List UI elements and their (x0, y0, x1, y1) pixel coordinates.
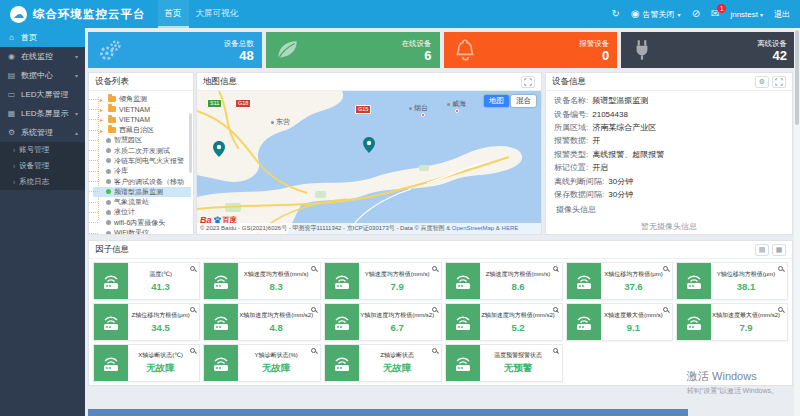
tree-folder[interactable]: ▸倾角监测 (93, 94, 191, 104)
magnifier-icon[interactable] (311, 307, 316, 312)
factor-card: Y轴加速度均方根值(mm/s2)6.7 (324, 303, 442, 341)
expand-icon[interactable] (772, 76, 786, 88)
scrolled-section-edge (88, 409, 688, 416)
map-layer-button-hybrid[interactable]: 混合 (511, 95, 536, 107)
sidebar-item-online-monitoring[interactable]: ◉ 在线监控 ▾ (0, 47, 85, 66)
magnifier-icon[interactable] (778, 266, 783, 271)
magnifier-icon[interactable] (190, 266, 195, 271)
tree-folder[interactable]: ▸西藏自治区 (93, 125, 191, 135)
refresh-icon[interactable]: ↻ (611, 9, 619, 19)
message-icon[interactable]: ✉ 1 (711, 9, 719, 19)
tree-scrollbar[interactable] (189, 113, 192, 173)
tree-device[interactable]: wifi-6内置摄像头 (93, 218, 191, 228)
list-view-icon[interactable]: ▤ (755, 244, 769, 256)
cloud-icon: ☁ (13, 9, 24, 20)
folder-icon (108, 117, 116, 123)
tree-device[interactable]: 水质二次开发测试 (93, 145, 191, 155)
map-layer-button-map[interactable]: 地图 (484, 95, 509, 107)
chevron-right-icon: › (13, 147, 15, 154)
stat-value: 6 (402, 49, 432, 62)
here-link[interactable]: HERE (502, 225, 519, 231)
sidebar-item-data-center[interactable]: ▤ 数据中心 ▾ (0, 66, 85, 85)
sensor-icon (567, 263, 601, 299)
factor-value: 9.1 (627, 322, 640, 333)
tree-device[interactable]: 气象流量站 (93, 197, 191, 207)
stat-label: 离线设备 (757, 39, 787, 49)
tab-bigscreen[interactable]: 大屏可视化 (189, 0, 246, 28)
magnifier-icon[interactable] (553, 348, 558, 353)
stat-card-online-devices: 在线设备 6 (266, 32, 440, 68)
map-pin-icon[interactable] (213, 141, 225, 157)
page-scrollbar[interactable] (794, 28, 800, 416)
map-canvas[interactable]: S11 G18 G15 东营 烟台 威海 地图 混合 Ba 百度 © 2023 … (197, 91, 541, 234)
folder-icon (108, 96, 116, 102)
expand-icon[interactable] (521, 76, 535, 88)
status-dot-icon (106, 231, 111, 235)
tree-device[interactable]: 智慧园区 (93, 135, 191, 145)
sidebar-item-led-screen[interactable]: ▭ LED大屏管理 (0, 85, 85, 104)
map-layer-switch: 地图 混合 (484, 95, 536, 107)
logout-button[interactable]: 退出 (774, 9, 790, 20)
factor-value: 无故障 (262, 362, 291, 375)
tree-device[interactable]: 冷链车间电气火灾报警 (93, 156, 191, 166)
mute-bell-icon[interactable]: ⊘ (692, 9, 700, 19)
sidebar-item-led-strip[interactable]: ▦ LED条屏显示 ▾ (0, 104, 85, 123)
field-label: 离线判断间隔: (554, 176, 604, 187)
magnifier-icon[interactable] (432, 348, 437, 353)
sidebar-subitem-devices[interactable]: › 设备管理 (0, 158, 85, 174)
grid-view-icon[interactable]: ▦ (772, 244, 786, 256)
tree-device-label: 客户的调试设备（移动 (114, 177, 184, 187)
field-value: 开启 (592, 162, 608, 173)
tree-folder-label: VIETNAM (119, 116, 150, 123)
scrollbar-thumb[interactable] (795, 30, 799, 125)
field-value: 离线报警、超限报警 (592, 149, 664, 160)
user-dropdown[interactable]: jnnstest ▾ (730, 10, 763, 19)
stat-card-total-devices: 设备总数 48 (88, 32, 262, 68)
map-attribution: © 2023 Baidu - GS(2021)6026号 - 甲测资字11111… (197, 223, 541, 234)
sidebar-subitem-label: 账号管理 (19, 145, 49, 155)
sidebar-item-label: LED条屏显示 (21, 108, 69, 119)
magnifier-icon[interactable] (663, 266, 668, 271)
sidebar-subitem-accounts[interactable]: › 账号管理 (0, 142, 85, 158)
tab-home[interactable]: 首页 (158, 0, 189, 28)
magnifier-icon[interactable] (311, 348, 316, 353)
magnifier-icon[interactable] (190, 348, 195, 353)
field-label: 保存数据间隔: (554, 189, 604, 200)
alarm-toggle-dropdown[interactable]: ◉ 告警关闭 ▾ (631, 9, 681, 20)
stat-label: 设备总数 (224, 39, 254, 49)
factor-card: 温度(℃)41.3 (93, 262, 200, 300)
tree-device[interactable]: WiFi数采仪 (93, 228, 191, 234)
chevron-up-icon: ▴ (75, 129, 78, 136)
tree-folder[interactable]: ▸VIETNAM (93, 115, 191, 125)
sidebar-item-label: 系统管理 (21, 127, 53, 138)
tree-device-selected[interactable]: 频谱型温振监测 (93, 187, 191, 197)
home-icon: ⌂ (7, 33, 16, 42)
tree-device[interactable]: 冷库 (93, 166, 191, 176)
app-title: 综合环境监控云平台 (33, 7, 146, 22)
sidebar-item-system[interactable]: ⚙ 系统管理 ▴ (0, 123, 85, 142)
magnifier-icon[interactable] (432, 307, 437, 312)
magnifier-icon[interactable] (553, 307, 558, 312)
tree-device[interactable]: 客户的调试设备（移动 (93, 176, 191, 186)
magnifier-icon[interactable] (778, 307, 783, 312)
city-label: 烟台 (409, 103, 428, 113)
magnifier-icon[interactable] (190, 307, 195, 312)
tree-folder-label: 西藏自治区 (119, 125, 154, 135)
tree-device[interactable]: 液位计 (93, 207, 191, 217)
stat-label: 报警设备 (579, 39, 609, 49)
sidebar-subitem-logs[interactable]: › 系统日志 (0, 174, 85, 190)
factor-value: 38.1 (737, 281, 756, 292)
osm-link[interactable]: OpenStreetMap (452, 225, 494, 231)
tree-folder[interactable]: ▸VIETNAM (93, 104, 191, 114)
info-field: 报警类型:离线报警、超限报警 (546, 148, 792, 161)
folder-icon (108, 127, 116, 133)
map-pin-icon[interactable] (363, 137, 375, 153)
settings-gear-icon[interactable]: ⚙ (755, 76, 769, 88)
magnifier-icon[interactable] (663, 307, 668, 312)
factor-label: Y轴诊断状态(%) (254, 351, 297, 360)
field-label: 标记位置: (554, 162, 588, 173)
magnifier-icon[interactable] (553, 266, 558, 271)
magnifier-icon[interactable] (432, 266, 437, 271)
magnifier-icon[interactable] (311, 266, 316, 271)
sidebar-item-home[interactable]: ⌂ 首页 (0, 28, 85, 47)
